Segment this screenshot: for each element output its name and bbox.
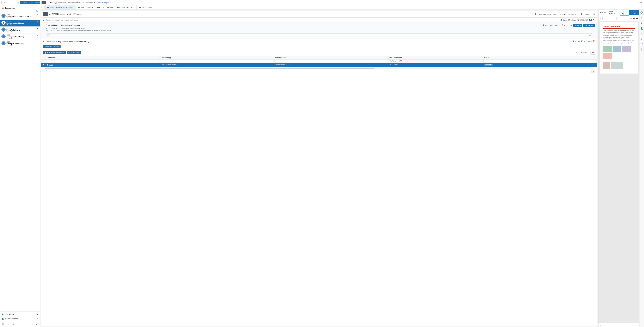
task-toggle-3[interactable]: ▶: [43, 41, 44, 42]
filter-filter-button[interactable]: ▼: [403, 60, 405, 62]
falle-badge: 2: [622, 13, 624, 14]
more-actions-button[interactable]: •••: [590, 51, 595, 54]
filter-dokumenttitel-input[interactable]: [274, 60, 388, 62]
task-toggle-2[interactable]: ▼: [43, 24, 44, 26]
comment-box[interactable]: 💬 ▶: [46, 33, 592, 37]
flag-icon-1[interactable]: 🚩: [593, 19, 595, 21]
scroll-up-button[interactable]: ▲: [592, 70, 595, 73]
history-sidebar-button[interactable]: 🕐: [640, 42, 644, 46]
chat-icon-1[interactable]: 💬: [589, 19, 592, 21]
case-detail-icon: 👥: [43, 12, 48, 16]
content-area: 👥 ▶ 12618 Antrag Kontoeröffnung 👤 Betreu…: [40, 10, 644, 327]
case-detail-title: Antrag Kontoeröffnung: [60, 13, 81, 15]
shape-bottom-2: [611, 62, 623, 69]
right-tab-kredit[interactable]: Kredit-Rahmen: [608, 10, 620, 16]
download-sidebar-button[interactable]: ⬇: [640, 21, 644, 25]
filter-dokumenttyp-input[interactable]: [160, 60, 273, 62]
dokument-klassifizieren-button[interactable]: 📄 Dokument klassifizieren: [43, 51, 66, 54]
info-sidebar-button[interactable]: ℹ: [640, 37, 644, 41]
case-detail-number: 12618: [52, 13, 59, 15]
list-search-icon[interactable]: 🔍: [36, 10, 38, 12]
comment-arrow[interactable]: ▶: [590, 34, 591, 36]
case-open-button[interactable]: ↗: [37, 14, 38, 16]
neuer-fall-button[interactable]: + Neuer Fall: [629, 10, 639, 15]
right-tab-falle[interactable]: Fälle 2: [620, 10, 629, 16]
filter-status-input[interactable]: [484, 60, 596, 62]
comment-input[interactable]: [50, 34, 588, 36]
meine-aufgaben-item[interactable]: 👤 Meine Aufgaben ▾: [0, 317, 40, 321]
case-item-3[interactable]: 👤 11466 Antrag Kontoeröffnung 📁9999 ↗: [0, 33, 40, 40]
edit-sidebar-button[interactable]: ✏: [640, 16, 644, 19]
fall-zuweisen-button[interactable]: ≡ Fall zuweisen: [67, 51, 81, 54]
right-tab-dossier[interactable]: Dossier: [598, 10, 608, 15]
search-toolbar-button[interactable]: 🔍: [2, 323, 5, 326]
case-item-active[interactable]: 👤 12618 Antrag Kontoeröffnung 📁11802 ↗: [0, 20, 40, 26]
case-avatar-4: 👤: [2, 41, 6, 45]
tab-icon-2: 👥: [78, 6, 80, 8]
task-header-3: ▶ Zweite Validierung: inhaltliche Dokume…: [43, 40, 595, 42]
tab-14677[interactable]: 👥 14677 - Testcase: [76, 5, 96, 9]
row-dokumenttitel: Testdokument 18 11: [274, 63, 388, 67]
zoom-in-button[interactable]: +: [613, 17, 616, 20]
add-task-button[interactable]: + Aufgabe erstellen: [43, 45, 60, 48]
expand-icon[interactable]: ▶: [49, 13, 50, 15]
row-checkbox[interactable]: [41, 63, 46, 67]
case-sub-4: 📁1234: [6, 44, 36, 46]
tab-label-1: 12618 - Antrag Kontoeröffnung: [50, 6, 74, 8]
visieren-button[interactable]: Visieren: [573, 24, 582, 27]
collapse-panel-button[interactable]: «: [600, 324, 601, 326]
menu-button[interactable]: ≡: [600, 17, 601, 20]
tab-11239[interactable]: 👥 11239 - TESTTEST: [115, 5, 136, 9]
case-avatar: 👤: [2, 14, 6, 18]
rotate-right-button[interactable]: ↻: [633, 17, 635, 19]
rotate-left-button[interactable]: ↺: [630, 17, 632, 19]
case-open-button-2[interactable]: ↗: [37, 27, 38, 29]
history-entry-2: 👤 20.01.2021 16:45 - Louis Brandenberger…: [46, 30, 592, 31]
task-toggle-1[interactable]: ▶: [43, 19, 44, 21]
kunden-nr-link[interactable]: 11802: [49, 64, 54, 66]
row-select-checkbox[interactable]: [42, 64, 44, 66]
visieren-nok-button[interactable]: Visieren Nok: [583, 24, 595, 27]
filter-kunden-nr-input[interactable]: [46, 60, 159, 62]
tab-14435[interactable]: 👥 14435 - 26.11..: [136, 5, 155, 9]
zoom-out-button[interactable]: −: [609, 17, 612, 20]
case-open-button-3[interactable]: ↗: [37, 34, 38, 36]
close-button[interactable]: ✕: [593, 13, 595, 16]
fall-id-input[interactable]: [2, 1, 16, 4]
case-open-button-4[interactable]: ↗: [37, 41, 38, 43]
filter-datum-input[interactable]: [389, 60, 399, 62]
table-row[interactable]: 📋 11802 Brief Kontaktaufnahme Testdokume…: [41, 63, 597, 67]
scrollbar-thumb[interactable]: [45, 68, 374, 69]
plus-icon: +: [46, 28, 47, 29]
case-item[interactable]: 👤 10167 Kundeneröffnung - Kunde vor Ort …: [0, 13, 40, 20]
comment-sidebar-button[interactable]: 💬: [640, 11, 644, 14]
new-case-button[interactable]: + Neuer Fall ohne Dossier: [20, 1, 42, 4]
tag-zuweisen-button[interactable]: 🏷 Tag zuweisen: [574, 51, 589, 54]
tab-12618[interactable]: 👥 12618 - Antrag Kontoeröffnung: [44, 5, 76, 9]
case-item-4[interactable]: 👤 11531 Vertrag im Posteingang 📁1234 ↗: [0, 40, 40, 47]
row-dokumentdatum: 18.11.2020: [388, 63, 483, 67]
upload-sidebar-button[interactable]: ⬆: [640, 32, 644, 35]
filter-calendar-button[interactable]: 📅: [400, 60, 402, 62]
tag-toolbar-button[interactable]: 🏷: [7, 323, 10, 326]
filter-datum: 📅 ▼: [388, 59, 483, 63]
tab-14751[interactable]: 👥 14751 - Testcase: [95, 5, 115, 9]
horizontal-scrollbar[interactable]: [45, 67, 593, 69]
collapse-toolbar-button[interactable]: «: [35, 323, 38, 326]
case-id-2: 11019: [6, 27, 36, 29]
print-button[interactable]: 🖨: [636, 17, 638, 19]
dossier-link[interactable]: Drittbeziehungen: [97, 2, 109, 3]
person-sidebar-button[interactable]: 👤: [640, 26, 644, 30]
dossier-icon: 👤: [42, 1, 46, 4]
meine-falle-item[interactable]: 👤 Meine Fälle ▾: [0, 312, 40, 317]
case-open-button-active[interactable]: ↗: [37, 21, 38, 23]
more-options-button[interactable]: •••: [640, 1, 642, 4]
case-item-2[interactable]: 👤 11019 Demo Validierung 📁1234 ↗: [0, 26, 40, 33]
list-toolbar-button[interactable]: ≡: [12, 323, 16, 326]
tab-visibility-icon[interactable]: 👁: [40, 5, 44, 9]
flag-icon-3[interactable]: 🚩: [593, 40, 595, 42]
task-row-3: ▶ Zweite Validierung: inhaltliche Dokume…: [41, 39, 597, 44]
doc-type-icon: 📋: [47, 64, 48, 66]
page-input[interactable]: 1: [602, 17, 608, 20]
person-icon-history: 👤: [46, 30, 48, 31]
